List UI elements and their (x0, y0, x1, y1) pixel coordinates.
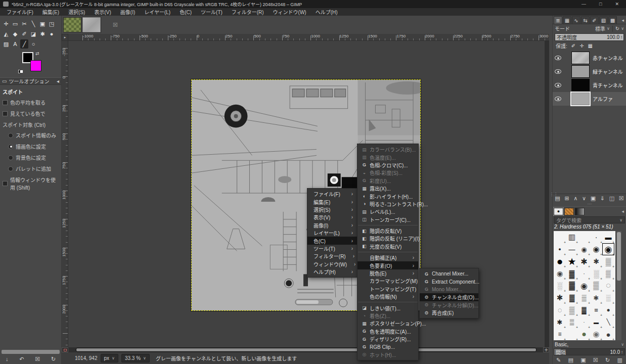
brush-swatch[interactable]: ▒ (578, 292, 590, 304)
brush-swatch[interactable]: ▒ (566, 316, 578, 328)
panel-menu-icon[interactable]: ◂ (621, 209, 625, 214)
brush-swatch[interactable] (554, 231, 566, 243)
lock-alpha-icon[interactable]: ▦ (588, 43, 593, 49)
layer-row-alpha[interactable]: アルファ (553, 92, 626, 106)
lower-layer-button[interactable]: ∨ (580, 195, 588, 202)
menu-posterize[interactable]: ▦ ポスタリゼーション(P)... (357, 320, 418, 327)
menu-shadows-highlights[interactable]: ◐ 影-ハイライト(H)... (357, 192, 418, 200)
context-tools[interactable]: ツール(T) › (307, 245, 357, 252)
zoom-select[interactable]: 33.3 % ∨ (121, 354, 150, 362)
brush-collection-select[interactable]: Basic, ∨ (553, 341, 626, 348)
brush-swatch[interactable]: ▒ (566, 304, 578, 316)
brush-spacing-slider[interactable]: 間隔 10.0 ↕ (554, 348, 625, 355)
new-brush-button[interactable]: ▤ (566, 357, 575, 363)
layer-row-red[interactable]: 赤チャンネル (553, 51, 626, 65)
delete-tool-preset-button[interactable]: ☒ (33, 356, 42, 362)
radio-pick-only[interactable]: スポイト情報のみ (8, 131, 59, 139)
brush-swatch[interactable]: ▓ (566, 267, 578, 280)
lock-pixels-icon[interactable]: ✐ (571, 43, 575, 49)
images-tab-icon[interactable]: ▩ (608, 16, 617, 24)
layer-row-green[interactable]: 緑チャンネル (553, 65, 626, 78)
brush-swatch[interactable]: · (578, 267, 590, 280)
context-help[interactable]: ヘルプ(H) › (307, 268, 357, 276)
visibility-eye-icon[interactable] (555, 69, 561, 74)
brush-swatch[interactable]: ✱ (554, 316, 566, 328)
brush-tag-search[interactable]: タグで検索 ∨ (554, 216, 625, 223)
gradients-tab-icon[interactable] (575, 208, 585, 215)
horizontal-scrollbar[interactable] (68, 347, 543, 352)
context-layer[interactable]: レイヤー(L) › (307, 229, 357, 237)
mode-value[interactable]: 標準 (595, 25, 605, 32)
brush-swatch[interactable]: ≡ (554, 328, 566, 340)
layer-thumbnail[interactable] (571, 93, 590, 105)
minimize-button[interactable]: — (582, 2, 586, 7)
brush-swatch[interactable]: · (590, 231, 602, 243)
menubar-item[interactable]: ウィンドウ(W) (269, 8, 311, 16)
menu-colorize[interactable]: ◔ 着色(Z)... (357, 312, 418, 320)
menubar-item[interactable]: ファイル(F) (2, 8, 38, 16)
menu-components[interactable]: 色要素(O) › (357, 261, 418, 269)
brush-swatch[interactable]: ● (554, 243, 566, 255)
menu-levels[interactable]: ▤ レベル(L)... (357, 208, 418, 215)
menu-recompose[interactable]: ⚙ 再合成(E) (420, 309, 478, 316)
menubar-item[interactable]: フィルター(R) (227, 8, 269, 16)
menu-threshold[interactable]: ◪ しきい値(T)... (357, 304, 418, 311)
dock-splitter-handle[interactable]: ⋯ (553, 203, 626, 206)
tool-zoom[interactable]: ○ (29, 39, 37, 49)
close-button[interactable]: ✕ (615, 2, 619, 7)
swap-colors-icon[interactable]: ⇄ (35, 51, 39, 56)
context-view[interactable]: 表示(V) › (307, 213, 357, 221)
brush-swatch[interactable]: ░ (602, 292, 614, 304)
merge-down-button[interactable]: ⇓ (598, 195, 607, 202)
menu-auto[interactable]: 自動補正(A) › (357, 254, 418, 261)
tool-move[interactable]: ✛ (2, 19, 10, 28)
menu-curves[interactable]: ◫ トーンカーブ(C)... (357, 216, 418, 223)
brush-swatch[interactable]: ▓ (566, 292, 578, 304)
patterns-tab-icon[interactable] (564, 208, 574, 215)
default-colors-icon[interactable] (18, 68, 23, 74)
reset-tool-options-button[interactable]: ↻ (49, 356, 58, 362)
paths-tab-icon[interactable]: ∿ (572, 16, 580, 24)
dock-splitter[interactable]: ⋮⋮ (549, 16, 552, 364)
tool-transform[interactable]: ◳ (48, 19, 56, 28)
menubar-item[interactable]: レイヤー(L) (140, 8, 175, 16)
menu-channel-mixer[interactable]: G Channel Mixer... (420, 270, 478, 278)
open-brush-as-image-button[interactable]: ▥ (615, 357, 624, 363)
brush-swatch[interactable]: ✱ (590, 255, 602, 267)
quick-mask-toggle[interactable] (62, 347, 68, 352)
radio-set-background[interactable]: 背景色に設定 (8, 154, 59, 161)
radio-add-to-palette[interactable]: パレットに追加 (8, 165, 59, 172)
refresh-brushes-button[interactable]: ↻ (603, 357, 612, 363)
raise-layer-button[interactable]: ∧ (571, 195, 579, 202)
menu-compose[interactable]: ⚙ チャンネル合成(O)... (420, 293, 478, 301)
brush-swatch[interactable]: ▒ (602, 255, 614, 267)
brush-swatch[interactable]: ◉ (602, 243, 614, 255)
duplicate-layer-button[interactable]: ▣ (589, 195, 598, 202)
option-sample-average[interactable]: 色の平均を取る (3, 99, 59, 106)
visibility-eye-icon[interactable] (555, 97, 561, 101)
checkbox-icon[interactable] (3, 111, 8, 116)
layer-thumbnail[interactable] (571, 65, 590, 78)
vertical-ruler[interactable]: -250025050075010001250150017502000 (62, 41, 68, 347)
restore-tool-preset-button[interactable]: ↶ (17, 356, 26, 362)
tool-options-header[interactable]: ▭ ツールオプション ◂ (0, 77, 61, 85)
menu-rgb-clip[interactable]: G RGB Clip... (357, 343, 418, 350)
navigation-button[interactable]: ✛ (543, 347, 549, 352)
brush-swatch[interactable]: ◌ (554, 304, 566, 316)
visibility-eye-icon[interactable] (555, 83, 561, 87)
menubar-item[interactable]: ヘルプ(H) (311, 8, 342, 16)
menu-hot[interactable]: ◎ ホット(H)... (357, 351, 418, 358)
brush-swatch[interactable]: ◉ (590, 328, 602, 340)
brush-swatch[interactable]: ░ (554, 280, 566, 292)
brush-scrollbar[interactable] (616, 231, 621, 340)
brush-swatch[interactable]: ★ (566, 255, 578, 267)
dock-splitter-handle[interactable]: ⋮⋮ (550, 194, 558, 196)
spinner-icon[interactable]: ↕ (620, 35, 623, 39)
menu-extract-component[interactable]: G Extract Component... (420, 278, 478, 285)
unit-select[interactable]: px ∨ (101, 354, 118, 362)
menu-color-to-alpha[interactable]: G 色を透明度に(A)... (357, 328, 418, 335)
brush-swatch[interactable]: ✱ (578, 255, 590, 267)
context-image[interactable]: 画像(I) › (307, 221, 357, 229)
radio-icon-selected[interactable] (8, 144, 13, 149)
menu-color-temperature[interactable]: ▥ 色温度(E)... (357, 153, 418, 161)
